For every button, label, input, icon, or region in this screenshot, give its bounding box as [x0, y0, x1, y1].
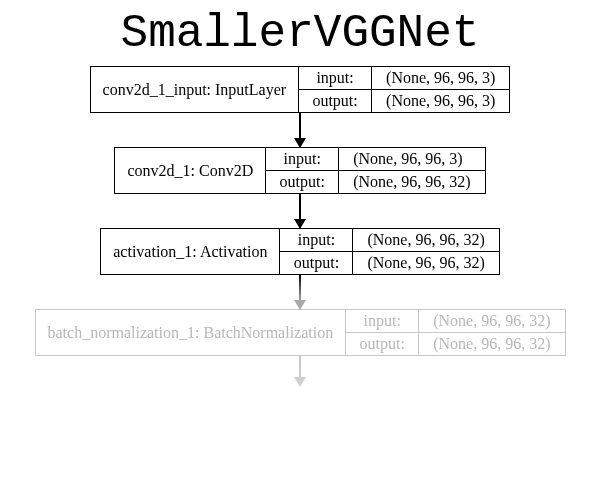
arrow-down-icon — [299, 113, 301, 147]
layer-io: input: (None, 96, 96, 3) output: (None, … — [266, 148, 484, 193]
layer-io-output-row: output: (None, 96, 96, 32) — [266, 170, 484, 193]
layer-io-input-row: input: (None, 96, 96, 32) — [346, 310, 564, 332]
layer-label: conv2d_1: Conv2D — [115, 148, 266, 193]
layer-io: input: (None, 96, 96, 32) output: (None,… — [346, 310, 564, 355]
arrow-down-icon — [299, 194, 301, 228]
layer-label: activation_1: Activation — [101, 229, 280, 274]
io-key-input: input: — [299, 67, 372, 89]
layer-node-box: activation_1: Activation input: (None, 9… — [100, 228, 500, 275]
layer-node: conv2d_1_input: InputLayer input: (None,… — [90, 66, 511, 147]
io-key-output: output: — [266, 171, 339, 193]
io-val-output: (None, 96, 96, 32) — [419, 333, 564, 355]
diagram-stack: conv2d_1_input: InputLayer input: (None,… — [0, 66, 600, 386]
layer-io-input-row: input: (None, 96, 96, 3) — [299, 67, 509, 89]
layer-node-box: batch_normalization_1: BatchNormalizatio… — [35, 309, 566, 356]
layer-io-input-row: input: (None, 96, 96, 32) — [280, 229, 498, 251]
layer-io-output-row: output: (None, 96, 96, 3) — [299, 89, 509, 112]
io-key-output: output: — [299, 90, 372, 112]
layer-node-box: conv2d_1: Conv2D input: (None, 96, 96, 3… — [114, 147, 485, 194]
io-val-input: (None, 96, 96, 32) — [353, 229, 498, 251]
io-val-input: (None, 96, 96, 3) — [372, 67, 509, 89]
layer-io: input: (None, 96, 96, 3) output: (None, … — [299, 67, 509, 112]
arrow-down-icon — [299, 275, 301, 309]
layer-io-output-row: output: (None, 96, 96, 32) — [280, 251, 498, 274]
io-val-output: (None, 96, 96, 32) — [339, 171, 484, 193]
layer-label: batch_normalization_1: BatchNormalizatio… — [36, 310, 347, 355]
io-val-output: (None, 96, 96, 32) — [353, 252, 498, 274]
diagram-title: SmallerVGGNet — [0, 8, 600, 60]
io-key-input: input: — [280, 229, 353, 251]
io-key-output: output: — [346, 333, 419, 355]
io-val-output: (None, 96, 96, 3) — [372, 90, 509, 112]
layer-node: activation_1: Activation input: (None, 9… — [100, 228, 500, 309]
layer-node-box: conv2d_1_input: InputLayer input: (None,… — [90, 66, 511, 113]
layer-io: input: (None, 96, 96, 32) output: (None,… — [280, 229, 498, 274]
layer-node: conv2d_1: Conv2D input: (None, 96, 96, 3… — [114, 147, 485, 228]
io-key-input: input: — [266, 148, 339, 170]
io-val-input: (None, 96, 96, 3) — [339, 148, 476, 170]
layer-io-output-row: output: (None, 96, 96, 32) — [346, 332, 564, 355]
layer-label: conv2d_1_input: InputLayer — [91, 67, 300, 112]
layer-node: batch_normalization_1: BatchNormalizatio… — [35, 309, 566, 386]
io-val-input: (None, 96, 96, 32) — [419, 310, 564, 332]
io-key-output: output: — [280, 252, 353, 274]
layer-io-input-row: input: (None, 96, 96, 3) — [266, 148, 484, 170]
io-key-input: input: — [346, 310, 419, 332]
arrow-down-icon — [299, 356, 301, 386]
